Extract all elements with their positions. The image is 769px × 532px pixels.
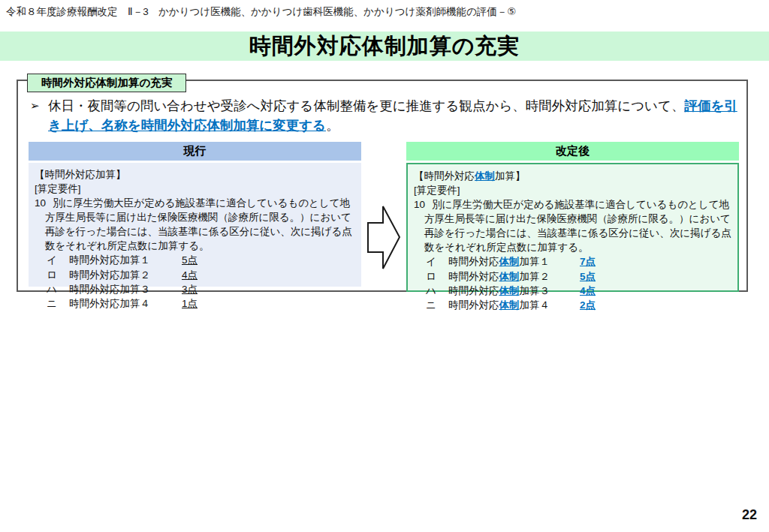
fee-item: ニ 時間外対応加算４ 1点 bbox=[35, 296, 355, 311]
content-box: 時間外対応体制加算の充実 ➢ 休日・夜間等の問い合わせや受診へ対応する体制整備を… bbox=[17, 80, 748, 292]
current-clause: 10別に厚生労働大臣が定める施設基準に適合しているものとして地方厚生局長等に届け… bbox=[35, 196, 355, 254]
item-marker: ロ bbox=[47, 268, 69, 282]
revised-heading-prefix: 【時間外対応 bbox=[414, 170, 475, 182]
bullet-paragraph: ➢ 休日・夜間等の問い合わせや受診へ対応する体制整備を更に推進する観点から、時間… bbox=[30, 96, 739, 136]
item-value: 7点 bbox=[580, 254, 596, 269]
item-value: 3点 bbox=[182, 282, 198, 296]
revised-column: 改定後 【時間外対応体制加算】 [算定要件] 10別に厚生労働大臣が定める施設基… bbox=[406, 142, 739, 292]
revised-subheading: [算定要件] bbox=[414, 183, 731, 197]
page-title: 時間外対応体制加算の充実 bbox=[249, 32, 520, 62]
item-value: 4点 bbox=[580, 284, 596, 298]
current-column-body: 【時間外対応加算】 [算定要件] 10別に厚生労働大臣が定める施設基準に適合して… bbox=[29, 163, 361, 287]
item-marker: ニ bbox=[426, 298, 448, 312]
item-label: 時間外対応体制加算２ bbox=[448, 269, 580, 284]
document-header: 令和８年度診療報酬改定 Ⅱ－3 かかりつけ医機能、かかりつけ歯科医機能、かかりつ… bbox=[6, 5, 763, 19]
current-column-header: 現行 bbox=[29, 142, 361, 161]
revised-heading: 【時間外対応体制加算】 bbox=[414, 169, 731, 183]
bullet-text-normal: 休日・夜間等の問い合わせや受診へ対応する体制整備を更に推進する観点から、時間外対… bbox=[48, 98, 684, 113]
revised-clause-text: 別に厚生労働大臣が定める施設基準に適合しているものとして地方厚生局長等に届け出た… bbox=[424, 199, 731, 253]
fee-item: イ 時間外対応加算１ 5点 bbox=[35, 253, 355, 267]
item-label: 時間外対応加算１ bbox=[69, 253, 182, 267]
current-heading: 【時間外対応加算】 bbox=[35, 167, 355, 182]
current-column: 現行 【時間外対応加算】 [算定要件] 10別に厚生労働大臣が定める施設基準に適… bbox=[29, 142, 361, 287]
fee-item: ロ 時間外対応体制加算２ 5点 bbox=[414, 269, 731, 284]
fee-item: ハ 時間外対応体制加算３ 4点 bbox=[414, 284, 731, 298]
item-marker: ロ bbox=[426, 269, 448, 284]
item-label: 時間外対応体制加算４ bbox=[448, 298, 580, 312]
fee-item: ロ 時間外対応加算２ 4点 bbox=[35, 268, 355, 282]
item-value: 4点 bbox=[182, 268, 198, 282]
item-marker: ハ bbox=[47, 282, 69, 296]
item-label-emphasis: 体制 bbox=[499, 299, 520, 311]
fee-item: ニ 時間外対応体制加算４ 2点 bbox=[414, 298, 731, 312]
transition-arrow-icon bbox=[366, 202, 401, 273]
item-value: 1点 bbox=[182, 296, 198, 311]
item-value: 2点 bbox=[580, 298, 596, 312]
current-clause-text: 別に厚生労働大臣が定める施設基準に適合しているものとして地方厚生局長等に届け出た… bbox=[45, 197, 352, 251]
item-label: 時間外対応加算４ bbox=[69, 296, 182, 311]
fee-item: イ 時間外対応体制加算１ 7点 bbox=[414, 254, 731, 269]
item-label: 時間外対応加算３ bbox=[69, 282, 182, 296]
revised-heading-emphasis: 体制 bbox=[475, 170, 495, 182]
title-banner: 時間外対応体制加算の充実 bbox=[0, 32, 769, 61]
arrow-zone bbox=[361, 142, 406, 273]
revised-heading-suffix: 加算】 bbox=[495, 170, 526, 182]
revised-column-header: 改定後 bbox=[406, 142, 739, 161]
revised-clause: 10別に厚生労働大臣が定める施設基準に適合しているものとして地方厚生局長等に届け… bbox=[414, 197, 731, 255]
item-marker: ハ bbox=[426, 284, 448, 298]
bullet-text: 休日・夜間等の問い合わせや受診へ対応する体制整備を更に推進する観点から、時間外対… bbox=[48, 96, 739, 136]
comparison-columns: 現行 【時間外対応加算】 [算定要件] 10別に厚生労働大臣が定める施設基準に適… bbox=[29, 142, 736, 292]
section-tab: 時間外対応体制加算の充実 bbox=[27, 74, 186, 92]
revised-column-body: 【時間外対応体制加算】 [算定要件] 10別に厚生労働大臣が定める施設基準に適合… bbox=[406, 163, 739, 292]
current-clause-number: 10 bbox=[35, 197, 46, 209]
item-label-emphasis: 体制 bbox=[499, 285, 520, 296]
item-label: 時間外対応体制加算１ bbox=[448, 254, 580, 269]
bullet-arrow-icon: ➢ bbox=[30, 96, 48, 136]
item-marker: イ bbox=[426, 254, 448, 269]
item-marker: イ bbox=[47, 253, 69, 267]
revised-clause-number: 10 bbox=[414, 199, 425, 210]
item-marker: ニ bbox=[47, 296, 69, 311]
fee-item: ハ 時間外対応加算３ 3点 bbox=[35, 282, 355, 296]
item-value: 5点 bbox=[182, 253, 198, 267]
page-number: 22 bbox=[742, 507, 757, 523]
item-label: 時間外対応体制加算３ bbox=[448, 284, 580, 298]
current-subheading: [算定要件] bbox=[35, 182, 355, 196]
item-value: 5点 bbox=[580, 269, 596, 284]
item-label-emphasis: 体制 bbox=[499, 271, 520, 282]
item-label-emphasis: 体制 bbox=[499, 256, 520, 267]
item-label: 時間外対応加算２ bbox=[69, 268, 182, 282]
bullet-text-suffix: 。 bbox=[326, 118, 339, 133]
